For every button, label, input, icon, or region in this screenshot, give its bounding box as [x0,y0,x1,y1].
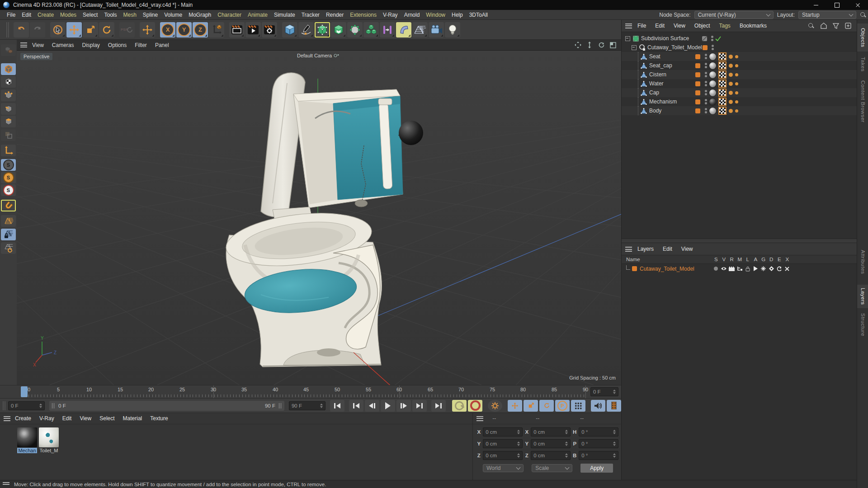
layers-menu-edit[interactable]: Edit [659,246,676,252]
generator-button[interactable] [331,22,346,38]
tag-icon[interactable] [735,73,738,76]
transport-grip[interactable] [3,401,6,410]
snap-enable-button[interactable]: S [1,159,16,171]
view-toggle[interactable] [720,266,728,272]
viewport-menu-icon[interactable] [20,42,27,47]
viewport-menu-view[interactable]: View [29,42,47,48]
phong-tag-icon[interactable] [729,91,733,95]
size-y-field[interactable]: 0 cm [531,439,571,448]
autokey-button[interactable] [468,400,482,412]
key-pla-button[interactable] [571,400,585,412]
object-row[interactable]: Seat [622,52,857,61]
mat-menu-select[interactable]: Select [96,415,118,422]
key-parameters-button[interactable]: P [555,400,570,412]
quantize-button[interactable]: S [1,184,16,196]
visibility-dots[interactable] [705,81,707,86]
size-x-field[interactable]: 0 cm [531,427,571,436]
menu-mesh[interactable]: Mesh [120,12,139,18]
menu-create[interactable]: Create [34,12,57,18]
collapse-icon[interactable] [625,36,630,41]
deformers-toggle[interactable] [768,266,776,272]
spline-pen-button[interactable] [298,22,314,38]
redo-button[interactable] [30,22,45,38]
floor-button[interactable] [412,22,428,38]
spinner-arrows-icon[interactable] [611,389,616,394]
lock-x-axis-button[interactable]: X [160,22,175,38]
magnet-snap-button[interactable] [1,200,16,211]
mat-menu-view[interactable]: View [76,415,95,422]
lock-workplane-button[interactable] [1,229,16,240]
tag-icon[interactable] [735,64,738,67]
play-button[interactable] [381,400,395,412]
tab-structure[interactable]: Structure [857,310,868,340]
layer-row[interactable]: Cutaway_Toilet_Model [622,264,857,273]
rot-p-field[interactable]: 0 ° [579,439,618,448]
minimize-button[interactable] [806,0,826,10]
frame-spinner[interactable]: 0 F [590,387,618,396]
prev-frame-button[interactable] [365,400,379,412]
edge-mode-button[interactable] [1,103,16,115]
material-thumbnail-mechanism[interactable] [17,427,37,447]
phong-tag-icon[interactable] [729,64,733,68]
mat-menu-texture[interactable]: Texture [146,415,171,422]
coordinate-space-dropdown[interactable]: World [483,464,524,472]
menu-help[interactable]: Help [448,12,466,18]
material-thumbnail-toilet[interactable] [39,427,59,447]
render-toggle[interactable] [728,266,736,272]
object-row[interactable]: Water [622,79,857,88]
layer-chip[interactable] [695,72,700,77]
tag-icon[interactable] [735,100,738,103]
goto-prev-key-button[interactable] [349,400,363,412]
current-frame-field[interactable]: 0 F [8,401,45,410]
goto-end-button[interactable] [431,400,446,412]
coordinates-menu-icon[interactable] [476,416,483,421]
workplane-mode-button[interactable] [1,242,16,254]
mat-menu-edit[interactable]: Edit [59,415,75,422]
next-frame-button[interactable] [396,400,411,412]
solo-toggle[interactable] [712,266,720,272]
material-tag-icon[interactable] [709,62,716,69]
menu-mograph[interactable]: MoGraph [185,12,214,18]
tag-icon[interactable] [735,55,738,58]
node-space-dropdown[interactable]: Current (V-Ray) [694,11,774,19]
workplane-button[interactable] [1,215,16,227]
render-picture-viewer-button[interactable] [245,22,261,38]
panel-splitter[interactable] [622,239,857,243]
mograph-cloner-button[interactable] [363,22,379,38]
volume-builder-button[interactable] [347,22,363,38]
zoom-view-icon[interactable] [586,42,593,49]
search-icon[interactable] [860,12,866,18]
rot-h-field[interactable]: 0 ° [579,427,618,436]
pos-z-field[interactable]: 0 cm [483,451,523,460]
record-key-button[interactable] [452,400,467,412]
om-add-icon[interactable] [844,23,851,29]
spinner-arrows-icon[interactable] [38,404,42,408]
tag-icon[interactable] [735,82,738,85]
tab-objects[interactable]: Objects [857,23,868,52]
phong-tag-icon[interactable] [729,55,733,59]
rotate-tool[interactable] [99,22,114,38]
menu-volume[interactable]: Volume [161,12,185,18]
material-tag-icon[interactable] [709,80,716,87]
uvw-tag-icon[interactable] [718,107,726,115]
object-row[interactable]: Mechanism [622,97,857,106]
timeline-range-slider[interactable]: 0 F 90 F [49,401,284,411]
layer-chip[interactable] [695,90,700,95]
psr-last-tool[interactable]: PSR [119,22,135,38]
polygon-mode-button[interactable] [1,116,16,127]
axis-modification-tool[interactable] [140,22,155,38]
collapse-icon[interactable] [632,45,637,50]
tab-attributes[interactable]: Attributes [857,246,868,278]
menu-edit[interactable]: Edit [19,12,34,18]
toilet-model[interactable] [223,73,423,367]
object-row[interactable]: Body [622,106,857,115]
camera-toggle-icon[interactable] [334,54,339,57]
layers-menu-icon[interactable] [625,247,632,252]
om-filter-icon[interactable] [832,23,839,29]
sound-toggle-button[interactable] [591,400,605,412]
uvw-tag-icon[interactable] [718,70,726,79]
menu-character[interactable]: Character [214,12,245,18]
fields-button[interactable] [380,22,395,38]
object-row-subdivision[interactable]: Subdivision Surface [622,34,857,43]
tab-takes[interactable]: Takes [857,53,868,75]
